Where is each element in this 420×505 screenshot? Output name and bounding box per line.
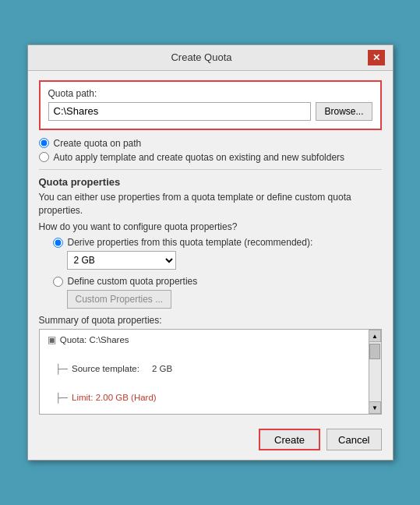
dialog-body: Quota path: Browse... Create quota on pa…: [28, 71, 393, 423]
tree-icon-2: ├─: [55, 364, 68, 373]
summary-label: Summary of quota properties:: [39, 315, 382, 326]
create-quota-dialog: Create Quota ✕ Quota path: Browse... Cre…: [27, 44, 394, 461]
create-on-path-row: Create quota on path: [39, 138, 382, 149]
derive-radio[interactable]: [53, 238, 63, 248]
create-on-path-label[interactable]: Create quota on path: [54, 138, 142, 149]
create-button[interactable]: Create: [259, 429, 320, 450]
separator1: [39, 169, 382, 170]
derive-radio-row: Derive properties from this quota templa…: [53, 237, 382, 248]
custom-properties-button[interactable]: Custom Properties ...: [67, 290, 172, 309]
quota-properties-desc: You can either use properties from a quo…: [39, 191, 382, 217]
tree-icon-1: ▣: [48, 335, 56, 344]
define-section: Define custom quota properties Custom Pr…: [53, 276, 382, 309]
derive-radio-label[interactable]: Derive properties from this quota templa…: [68, 237, 313, 248]
custom-props-row: Custom Properties ...: [67, 290, 382, 309]
browse-button[interactable]: Browse...: [316, 102, 372, 121]
close-button[interactable]: ✕: [368, 50, 385, 65]
auto-apply-radio[interactable]: [39, 152, 49, 162]
summary-item-1: ▣ Quota: C:\Shares: [44, 333, 364, 347]
scroll-up-button[interactable]: ▲: [369, 330, 381, 342]
summary-content: ▣ Quota: C:\Shares ├─ Source template: 2…: [40, 330, 369, 414]
quota-path-section: Quota path: Browse...: [39, 80, 382, 130]
scroll-thumb[interactable]: [369, 344, 380, 359]
define-custom-radio[interactable]: [53, 277, 63, 287]
create-on-path-radio[interactable]: [39, 138, 49, 148]
title-bar: Create Quota ✕: [28, 45, 393, 71]
tree-icon-3: ├─: [55, 393, 68, 402]
auto-apply-label[interactable]: Auto apply template and create quotas on…: [54, 152, 345, 163]
summary-item-2: ├─ Source template: 2 GB: [44, 362, 364, 376]
scrollbar: ▲ ▼: [369, 330, 381, 414]
summary-item-3: ├─ Limit: 2.00 GB (Hard): [44, 390, 364, 404]
auto-apply-row: Auto apply template and create quotas on…: [39, 152, 382, 163]
derive-section: Derive properties from this quota templa…: [53, 237, 382, 270]
dialog-footer: Create Cancel: [28, 422, 393, 460]
cancel-button[interactable]: Cancel: [326, 429, 381, 450]
quota-path-input[interactable]: [48, 102, 312, 121]
dialog-title: Create Quota: [36, 51, 368, 63]
define-radio-row: Define custom quota properties: [53, 276, 382, 287]
quota-properties-title: Quota properties: [39, 176, 382, 188]
template-select-row: 2 GB: [67, 251, 382, 270]
template-select[interactable]: 2 GB: [67, 251, 176, 270]
summary-box: ▣ Quota: C:\Shares ├─ Source template: 2…: [39, 329, 382, 415]
create-mode-section: Create quota on path Auto apply template…: [39, 138, 382, 163]
define-custom-label[interactable]: Define custom quota properties: [68, 276, 198, 287]
path-row: Browse...: [48, 102, 372, 121]
configure-question: How do you want to configure quota prope…: [39, 221, 382, 232]
scroll-down-button[interactable]: ▼: [369, 401, 381, 414]
quota-path-label: Quota path:: [48, 88, 372, 99]
summary-section: Summary of quota properties: ▣ Quota: C:…: [39, 315, 382, 415]
